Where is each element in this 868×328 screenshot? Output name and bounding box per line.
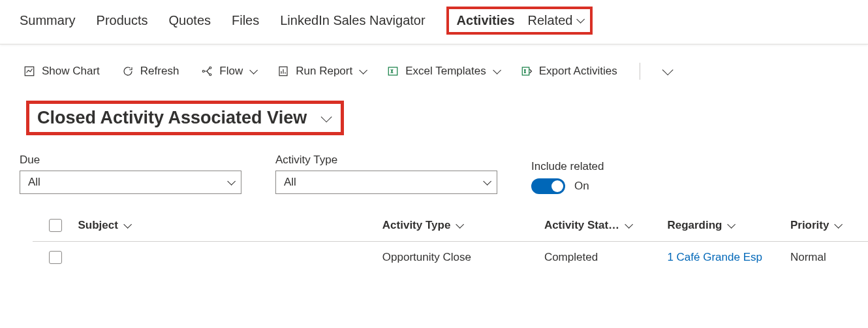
excel-icon: [387, 65, 399, 77]
cell-activity-status: Completed: [544, 251, 668, 264]
cell-regarding-link[interactable]: 1 Café Grande Esp: [667, 251, 790, 264]
tab-quotes[interactable]: Quotes: [169, 13, 211, 28]
cell-activity-type: Opportunity Close: [382, 251, 544, 264]
column-header-priority[interactable]: Priority: [790, 219, 868, 232]
table-header-row: Subject Activity Type Activity Stat… Reg…: [33, 210, 868, 242]
column-header-regarding[interactable]: Regarding: [667, 219, 790, 232]
activity-type-select[interactable]: All: [275, 171, 497, 194]
chevron-down-icon: [625, 220, 633, 229]
chart-icon: [23, 65, 35, 77]
chevron-down-icon: [728, 220, 736, 229]
due-value: All: [28, 176, 40, 189]
tab-related[interactable]: Related: [528, 13, 583, 28]
chevron-down-icon: [577, 15, 585, 24]
include-related-value: On: [574, 180, 589, 193]
tab-linkedin[interactable]: LinkedIn Sales Navigator: [280, 13, 425, 28]
toggle-knob: [551, 180, 563, 192]
excel-templates-button[interactable]: Excel Templates: [387, 65, 498, 78]
column-header-subject[interactable]: Subject: [78, 219, 382, 232]
include-related-toggle[interactable]: [531, 178, 565, 194]
tabs-bar: Summary Products Quotes Files LinkedIn S…: [0, 0, 868, 44]
filters-bar: Due All Activity Type All Include relate…: [0, 135, 868, 210]
due-label: Due: [20, 154, 241, 167]
include-related-label: Include related: [531, 160, 604, 173]
chevron-down-icon: [227, 177, 236, 186]
show-chart-button[interactable]: Show Chart: [23, 65, 100, 78]
tab-related-label: Related: [528, 13, 573, 28]
report-icon: [277, 65, 289, 77]
svg-rect-8: [388, 67, 397, 75]
col-type-label: Activity Type: [382, 219, 451, 232]
excel-export-icon: [521, 65, 533, 77]
tab-summary[interactable]: Summary: [20, 13, 76, 28]
activity-type-value: All: [284, 176, 296, 189]
export-activities-label: Export Activities: [539, 65, 617, 78]
refresh-label: Refresh: [140, 65, 179, 78]
activities-table: Subject Activity Type Activity Stat… Reg…: [0, 210, 868, 273]
table-row[interactable]: Opportunity Close Completed 1 Café Grand…: [33, 242, 868, 273]
show-chart-label: Show Chart: [42, 65, 100, 78]
chevron-down-icon: [321, 111, 332, 122]
chevron-down-icon: [483, 177, 491, 186]
toolbar-divider: [640, 63, 640, 80]
chevron-down-icon: [123, 220, 132, 229]
activity-type-label: Activity Type: [275, 154, 497, 167]
refresh-button[interactable]: Refresh: [122, 65, 179, 78]
view-title-area: Closed Activity Associated View: [26, 101, 868, 135]
view-selector[interactable]: Closed Activity Associated View: [26, 101, 344, 135]
svg-rect-9: [522, 67, 529, 75]
chevron-down-icon: [250, 66, 258, 74]
flow-icon: [201, 65, 213, 77]
col-regarding-label: Regarding: [667, 219, 722, 232]
svg-point-1: [203, 71, 205, 73]
select-all-checkbox[interactable]: [49, 219, 62, 232]
svg-point-3: [209, 74, 211, 76]
tab-activities[interactable]: Activities: [457, 13, 515, 28]
activity-type-filter: Activity Type All: [275, 154, 497, 194]
chevron-down-icon: [456, 220, 465, 229]
svg-point-2: [209, 67, 211, 69]
col-subject-label: Subject: [78, 219, 117, 232]
flow-button[interactable]: Flow: [201, 65, 255, 78]
col-status-label: Activity Stat…: [544, 219, 619, 232]
column-header-activity-status[interactable]: Activity Stat…: [544, 219, 668, 232]
refresh-icon: [122, 65, 134, 77]
run-report-label: Run Report: [296, 65, 352, 78]
overflow-button[interactable]: [662, 67, 670, 75]
chevron-down-icon: [359, 66, 367, 74]
col-priority-label: Priority: [790, 219, 829, 232]
column-header-activity-type[interactable]: Activity Type: [382, 219, 544, 232]
command-bar: Show Chart Refresh Flow Run Report Excel…: [0, 44, 868, 91]
due-filter: Due All: [20, 154, 241, 194]
excel-templates-label: Excel Templates: [405, 65, 486, 78]
chevron-down-icon: [662, 64, 673, 75]
due-select[interactable]: All: [20, 171, 241, 194]
view-title-text: Closed Activity Associated View: [37, 108, 307, 128]
include-related-filter: Include related On: [531, 160, 604, 194]
tab-files[interactable]: Files: [232, 13, 259, 28]
tab-products[interactable]: Products: [97, 13, 148, 28]
row-checkbox[interactable]: [49, 251, 62, 264]
run-report-button[interactable]: Run Report: [277, 65, 365, 78]
chevron-down-icon: [493, 66, 501, 74]
tabs-highlighted-group: Activities Related: [446, 7, 593, 35]
export-activities-button[interactable]: Export Activities: [521, 65, 617, 78]
chevron-down-icon: [835, 220, 843, 229]
flow-label: Flow: [219, 65, 243, 78]
cell-priority: Normal: [790, 251, 868, 264]
